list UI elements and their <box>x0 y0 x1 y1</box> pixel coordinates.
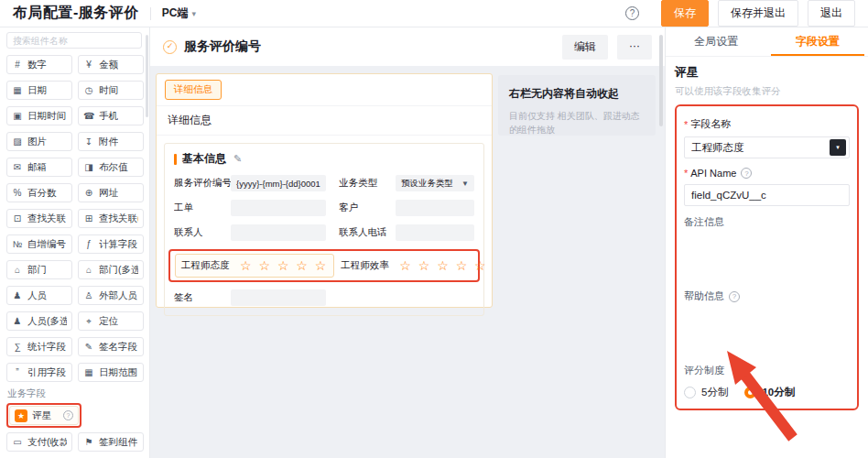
customer-field[interactable] <box>396 200 474 216</box>
api-name-input[interactable] <box>691 190 849 201</box>
field-item-location[interactable]: ⌖定位 <box>78 311 144 331</box>
form-canvas: ✓ 服务评价编号 编辑 ··· 详细信息 详细信息 基本信息 ✎ 服务评价编号 <box>150 27 665 458</box>
field-item-star-rating[interactable]: ★ 评星 ? <box>9 406 79 425</box>
field-item-boolean[interactable]: ◨布尔值 <box>78 158 144 177</box>
radio-icon[interactable] <box>684 387 696 398</box>
engineer-attitude-field[interactable]: 工程师态度 ☆ ☆ ☆ ☆ ☆ <box>175 254 334 278</box>
flag-icon: ⚑ <box>83 437 94 447</box>
field-item-lookup-multi[interactable]: ⊞查找关联(多... <box>78 209 144 228</box>
basic-info-group[interactable]: 基本信息 ✎ 服务评价编号 {yyyy}-{mm}-{dd}0001 业务类型 … <box>164 143 484 316</box>
field-item-number[interactable]: #数字 <box>6 55 72 74</box>
field-item-attachment[interactable]: ↧附件 <box>78 132 144 151</box>
field-label: 签名 <box>174 291 231 304</box>
lookup-icon: ⊡ <box>12 213 23 224</box>
remark-textarea[interactable] <box>684 229 850 280</box>
field-label: 服务评价编号 <box>174 177 231 190</box>
field-item-url[interactable]: ⊕网址 <box>78 183 144 202</box>
section-title: 详细信息 <box>157 106 492 136</box>
field-item-phone[interactable]: ☎手机 <box>78 106 144 125</box>
field-item-member[interactable]: ♟人员 <box>6 286 72 305</box>
date-range-icon: ▦ <box>83 367 94 377</box>
field-name-input-wrap: ▾ <box>684 136 850 158</box>
form-row: 工单 客户 <box>174 200 474 216</box>
field-item-reference[interactable]: ”引用字段 <box>6 363 72 382</box>
help-info-label: 帮助信息 <box>684 289 724 303</box>
field-label: 客户 <box>339 202 396 214</box>
field-label: 工程师态度 <box>181 259 236 272</box>
group-accent-bar <box>174 154 177 165</box>
contact-phone-field[interactable] <box>396 224 474 241</box>
field-item-date[interactable]: ▦日期 <box>6 81 72 100</box>
required-mark: * <box>684 119 688 130</box>
required-mark: * <box>684 168 688 179</box>
location-icon: ⌖ <box>83 316 94 327</box>
form-layout-card: 详细信息 详细信息 基本信息 ✎ 服务评价编号 {yyyy}-{mm}-{dd}… <box>156 73 493 308</box>
engineer-efficiency-field[interactable]: 工程师效率 ☆ ☆ ☆ ☆ ☆ <box>334 254 494 278</box>
field-item-time[interactable]: ◷时间 <box>78 81 144 100</box>
contact-field[interactable] <box>231 224 326 241</box>
phone-icon: ☎ <box>83 111 94 121</box>
field-label: 联系人 <box>174 226 231 239</box>
signature-field[interactable] <box>231 289 326 306</box>
boolean-icon: ◨ <box>83 162 94 172</box>
field-item-lookup[interactable]: ⊡查找关联 <box>6 209 72 228</box>
more-button[interactable]: ··· <box>617 35 652 60</box>
field-item-statistic[interactable]: ∑统计字段 <box>6 337 72 356</box>
amount-icon: ¥ <box>83 60 94 70</box>
field-item-datetime[interactable]: ▣日期时间 <box>6 106 72 125</box>
star-icon: ★ <box>15 409 27 422</box>
save-button[interactable]: 保存 <box>661 0 709 27</box>
edit-pencil-icon[interactable]: ✎ <box>233 153 242 165</box>
lookup-multi-icon: ⊞ <box>83 213 94 224</box>
page-title: 布局配置-服务评价 <box>13 4 139 23</box>
help-icon[interactable]: ? <box>63 410 73 420</box>
field-item-email[interactable]: ✉邮箱 <box>6 158 72 177</box>
field-item-amount[interactable]: ¥金额 <box>78 55 144 74</box>
tab-detail-info[interactable]: 详细信息 <box>165 80 222 100</box>
field-item-department-multi[interactable]: ⌂部门(多选) <box>78 260 144 279</box>
api-name-label: API Name <box>690 168 736 179</box>
field-item-image[interactable]: ▨图片 <box>6 132 72 151</box>
envelope-icon: ✉ <box>12 162 23 172</box>
edit-button[interactable]: 编辑 <box>562 35 608 60</box>
work-order-field[interactable] <box>231 200 326 216</box>
field-name-input[interactable] <box>691 142 830 153</box>
field-item-date-range[interactable]: ▦日期范围 <box>78 363 144 382</box>
field-item-payment[interactable]: ▭支付(收款)... <box>6 432 72 452</box>
device-selector[interactable]: PC端 ▾ <box>162 5 196 21</box>
field-item-auto-number[interactable]: №自增编号 <box>6 234 72 254</box>
help-icon[interactable]: ? <box>625 6 639 20</box>
save-and-exit-button[interactable]: 保存并退出 <box>718 0 798 27</box>
sidebar-scrollbar[interactable] <box>146 35 148 117</box>
calendar-icon: ▦ <box>12 85 23 95</box>
star-rating-widget[interactable]: ☆ ☆ ☆ ☆ ☆ <box>399 258 487 273</box>
business-field-grid: ▭支付(收款)... ⚑签到组件 <box>6 432 144 452</box>
field-item-department[interactable]: ⌂部门 <box>6 260 72 279</box>
translate-dropdown-button[interactable]: ▾ <box>830 139 846 156</box>
star-rating-highlight-box: ★ 评星 ? <box>6 403 81 428</box>
help-icon[interactable]: ? <box>741 168 752 179</box>
field-item-formula[interactable]: ƒ计算字段 <box>78 234 144 254</box>
search-input[interactable] <box>6 32 142 49</box>
canvas-scrollbar[interactable] <box>659 35 663 126</box>
field-item-external-member[interactable]: ♙外部人员 <box>78 286 144 305</box>
business-type-select[interactable]: 预设业务类型 ▼ <box>396 175 474 191</box>
form-row: 签名 <box>174 289 474 306</box>
serial-number-field[interactable]: {yyyy}-{mm}-{dd}0001 <box>231 175 326 191</box>
exit-button[interactable]: 退出 <box>808 0 855 27</box>
device-label: PC端 <box>162 5 189 21</box>
field-item-checkin[interactable]: ⚑签到组件 <box>78 432 144 452</box>
image-icon: ▨ <box>12 136 23 147</box>
tab-global-settings[interactable]: 全局设置 <box>666 27 767 56</box>
field-label: 联系人电话 <box>339 226 396 239</box>
clock-icon: ◷ <box>83 85 94 95</box>
star-rating-widget[interactable]: ☆ ☆ ☆ ☆ ☆ <box>240 258 328 273</box>
field-item-percent[interactable]: %百分数 <box>6 183 72 202</box>
tab-field-settings[interactable]: 字段设置 <box>767 27 868 56</box>
field-item-member-multi[interactable]: ♟人员(多选) <box>6 311 72 331</box>
formula-icon: ƒ <box>83 239 94 249</box>
drop-hint-title: 右栏无内容将自动收起 <box>509 86 645 102</box>
api-name-input-wrap <box>684 184 850 206</box>
field-item-signature[interactable]: ✎签名字段 <box>78 337 144 356</box>
help-icon[interactable]: ? <box>729 291 740 302</box>
